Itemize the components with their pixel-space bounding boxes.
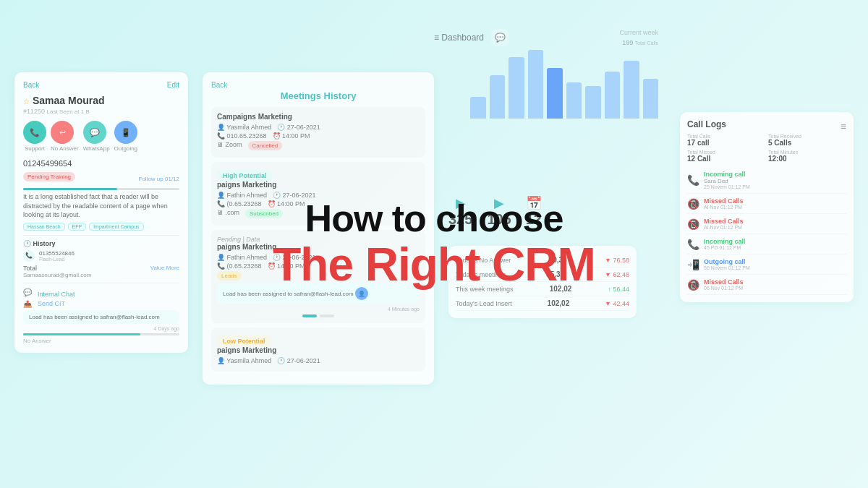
potential-badge: Low Potential — [217, 335, 271, 347]
calllog-time: Al-Nov 01:12 PM — [704, 225, 744, 230]
outgoing-icon[interactable]: 📱 — [114, 121, 137, 144]
send-cit-link[interactable]: Send CIT — [38, 300, 65, 307]
meeting-item: Campaigns Marketing 👤 Yasmila Ahmed 🕐 27… — [211, 107, 425, 158]
calllog-time: 45 PD 01:12 PM — [704, 245, 746, 250]
tag-item: EFP — [68, 223, 87, 231]
calllogs-stats: Total Calls 17 call Total Received 5 Cal… — [687, 134, 846, 163]
callstat-item: Total Calls 17 call — [687, 134, 765, 147]
calllog-time: 25 Novem 01:12 PM — [704, 184, 750, 189]
no-answer-label: No Answer — [51, 145, 79, 152]
calllogs-panel: Call Logs ≡ Total Calls 17 call Total Re… — [680, 112, 854, 302]
no-answer-info: No Answer — [23, 338, 179, 344]
calllog-type: Incoming call — [704, 171, 750, 178]
chart-bar — [509, 57, 524, 119]
chart-bar — [624, 61, 639, 119]
calllogs-menu-icon[interactable]: ≡ — [841, 121, 846, 132]
support-icon[interactable]: 📞 — [23, 121, 46, 144]
calllogs-title: Call Logs — [687, 119, 726, 129]
potential-badge: High Potential — [217, 170, 273, 181]
calllog-name: Sara Ded — [704, 178, 750, 184]
outgoing-label: Outgoing — [114, 145, 137, 152]
today-row: Today's Lead Insert 102,02 ▼ 42.44 — [456, 296, 629, 311]
calllog-type: Missed Calls — [704, 218, 744, 225]
whatsapp-label: WhatsApp — [83, 145, 110, 152]
phone-number: 01245499654 — [23, 159, 179, 168]
week-label: Current week — [463, 29, 665, 36]
internal-chat-link[interactable]: Internal Chat — [38, 291, 75, 298]
campaign-name: paigns Marketing — [217, 181, 420, 189]
calllog-type: Outgoing call — [704, 258, 750, 265]
calllog-item: 📵 Missed Calls Al-Nov 01:12 PM — [687, 194, 846, 214]
chat-bubble: Load has been assigned to safran@flash-l… — [23, 310, 179, 324]
calllog-item: 📵 Missed Calls 06 Nov 01:12 PM — [687, 275, 846, 295]
callstat-item: Total Minutes 12:00 — [768, 150, 846, 163]
chart-bar — [566, 82, 582, 119]
meetings-title: Meetings History — [211, 90, 425, 101]
email: Samaasourad@gmail.com — [23, 272, 179, 278]
value-more-link[interactable]: Value More — [150, 265, 179, 271]
calllog-type: Missed Calls — [704, 197, 744, 205]
edit-button[interactable]: Edit — [167, 81, 179, 92]
lead-name: Samaa Mourad — [33, 95, 105, 106]
callstat-item: Total Received 5 Calls — [768, 134, 846, 147]
history-item: 📞 01355524846 Flash-Lead — [23, 250, 179, 262]
meetings-back-button[interactable]: Back — [211, 81, 227, 89]
lead-info: It is a long established fact that a rea… — [23, 192, 179, 220]
value-box: Total Value More — [23, 265, 179, 272]
follow-up: Follow up 01/12 — [139, 176, 179, 182]
no-answer-icon[interactable]: ↩ — [51, 121, 74, 144]
whatsapp-icon[interactable]: 💬 — [83, 121, 106, 144]
calllog-item: 📞 Incoming call Sara Ded 25 Novem 01:12 … — [687, 167, 846, 194]
lead-id: #11250 Last Seen at 1 B — [23, 108, 179, 115]
chart-area: Current week 199 Total Calls — [463, 29, 665, 145]
calllog-item: 📞 Incoming call 45 PD 01:12 PM — [687, 234, 846, 254]
overlay-text: How to choose The Right CRM — [273, 198, 595, 291]
calllog-item: 📵 Missed Calls Al-Nov 01:12 PM — [687, 214, 846, 234]
meeting-item: Low Potential paigns Marketing 👤 Yasmila… — [211, 328, 425, 372]
callstat-item: Total Missed 12 Call — [687, 150, 765, 163]
chart-bar — [490, 75, 506, 119]
overlay-line2: The Right CRM — [273, 239, 595, 290]
chart-bar — [643, 79, 659, 119]
chart-bar — [470, 97, 486, 119]
tag-item: Impartment Campus — [89, 223, 143, 231]
chart-bar — [585, 86, 601, 119]
lead-detail-panel: Back Edit ☆ Samaa Mourad #11250 Last See… — [14, 72, 188, 353]
tag-item: Hassan Beach — [23, 223, 65, 231]
history-label: 🕐 History — [23, 240, 179, 247]
calllog-time: 56 Novem 01:12 PM — [704, 265, 750, 270]
campaign-name: Campaigns Marketing — [217, 113, 420, 121]
back-button[interactable]: Back — [23, 81, 39, 89]
calllog-time: 06 Nov 01:12 PM — [704, 286, 744, 291]
tag-row: Hassan Beach EFP Impartment Campus — [23, 223, 179, 231]
overlay-line1: How to choose — [273, 198, 595, 239]
calllog-item: 📲 Outgoing call 56 Novem 01:12 PM — [687, 254, 846, 275]
chart-bar — [528, 50, 544, 119]
status-badge: Pending Training — [23, 172, 75, 181]
chart-bars — [463, 46, 665, 119]
time-ago: 4 Days ago — [23, 326, 179, 331]
calllog-type: Incoming call — [704, 238, 746, 245]
status-badge: Cancelled — [248, 141, 283, 150]
calllog-type: Missed Calls — [704, 278, 744, 286]
chart-bar — [547, 68, 563, 119]
status-badge: Leads — [217, 271, 242, 281]
total-calls-label: 199 Total Calls — [463, 39, 665, 46]
action-icons: 📞 Support ↩ No Answer 💬 WhatsApp 📱 Outgo… — [23, 121, 179, 152]
campaign-name: paigns Marketing — [217, 346, 420, 354]
chart-bar — [605, 72, 621, 119]
support-label: Support — [23, 145, 46, 152]
calllog-time: Al-Nov 01:12 PM — [704, 205, 744, 210]
